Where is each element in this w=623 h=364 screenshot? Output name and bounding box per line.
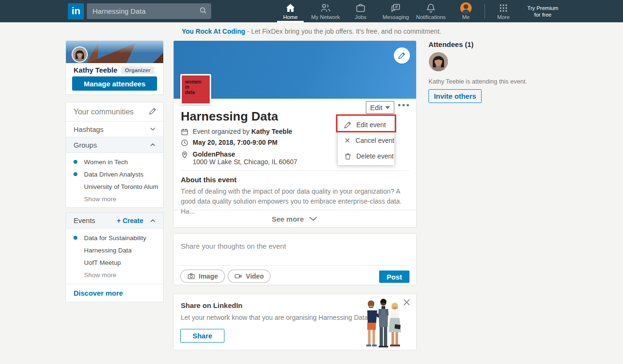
x-icon xyxy=(344,137,351,144)
promo-text: - Let FixDex bring you the job offers. I… xyxy=(245,28,441,35)
composer-input[interactable]: Share your thoughts on the event xyxy=(181,242,286,250)
events-show-more[interactable]: Show more xyxy=(66,269,163,281)
messaging-icon xyxy=(390,2,401,14)
nav-home[interactable]: Home xyxy=(273,0,308,22)
communities-title: Your communities xyxy=(74,108,134,116)
create-event-button[interactable]: + Create xyxy=(117,217,143,224)
location-pin-icon xyxy=(181,151,188,159)
unread-dot xyxy=(74,160,77,164)
event-item[interactable]: UofT Meetup xyxy=(66,256,163,269)
event-title: Harnessing Data xyxy=(181,109,278,124)
nav-messaging[interactable]: Messaging xyxy=(378,0,413,22)
organizer-badge: Organizer xyxy=(121,66,154,74)
share-card-title: Share on LinkedIn xyxy=(181,301,242,309)
section-hashtags[interactable]: Hashtags xyxy=(66,121,163,137)
divider xyxy=(180,265,410,266)
try-premium-link[interactable]: Try Premium for free xyxy=(521,0,565,22)
search-input[interactable] xyxy=(87,3,211,19)
post-composer-card: Share your thoughts on the event Image V… xyxy=(173,233,417,285)
see-more-button[interactable]: See more xyxy=(174,210,416,227)
edit-communities-icon[interactable] xyxy=(149,107,157,117)
linkedin-logo[interactable]: in xyxy=(68,3,84,19)
communities-card: Your communities Hashtags Groups Women i… xyxy=(65,102,164,208)
close-icon[interactable] xyxy=(402,298,411,307)
top-nav: in Home My Network Jobs Messaging xyxy=(0,0,623,22)
chevron-up-icon xyxy=(149,217,157,224)
chevron-down-icon xyxy=(308,215,318,222)
notifications-icon xyxy=(425,2,437,14)
group-item[interactable]: Women in Tech xyxy=(66,156,163,168)
promo-banner: You Rock At Coding - Let FixDex bring yo… xyxy=(0,28,623,35)
divider xyxy=(181,170,409,171)
caret-down-icon xyxy=(385,106,390,109)
share-button[interactable]: Share xyxy=(180,329,224,343)
section-events[interactable]: Events + Create xyxy=(66,213,163,229)
pencil-icon xyxy=(398,52,406,59)
camera-icon xyxy=(187,272,195,280)
attach-image-button[interactable]: Image xyxy=(180,270,225,283)
section-groups[interactable]: Groups xyxy=(66,137,163,153)
venue-address: 1000 W Lake St, Chicago, IL 60607 xyxy=(193,158,298,166)
my-network-icon xyxy=(320,2,331,14)
nav-me[interactable]: Me xyxy=(448,0,484,22)
attendee-note: Kathy Teeble is attending this event. xyxy=(428,78,527,85)
nav-items: Home My Network Jobs Messaging Notificat… xyxy=(273,0,565,22)
nav-divider xyxy=(484,4,485,19)
jobs-icon xyxy=(355,2,366,14)
event-location-row: GoldenPhase1000 W Lake St, Chicago, IL 6… xyxy=(181,150,298,166)
menu-cancel-event[interactable]: Cancel event xyxy=(338,132,394,148)
more-grid-icon xyxy=(498,2,509,14)
trash-icon xyxy=(344,152,352,160)
group-item[interactable]: Data Driven Analysts xyxy=(66,168,163,180)
edit-dropdown-menu: Edit event Cancel event Delete event xyxy=(338,115,394,165)
chevron-up-icon xyxy=(149,141,157,149)
edit-banner-button[interactable] xyxy=(394,47,410,64)
nav-search xyxy=(87,3,211,19)
discover-more-link[interactable]: Discover more xyxy=(74,289,123,297)
menu-delete-event[interactable]: Delete event xyxy=(338,148,394,164)
share-card-subtitle: Let your network know that you are organ… xyxy=(181,314,368,321)
video-icon xyxy=(234,272,242,280)
invite-others-button[interactable]: Invite others xyxy=(428,89,482,103)
chevron-down-icon xyxy=(149,125,157,133)
nav-my-network[interactable]: My Network xyxy=(308,0,343,22)
attach-video-button[interactable]: Video xyxy=(228,270,270,283)
people-illustration xyxy=(362,297,402,348)
nav-more[interactable]: More xyxy=(486,0,521,22)
unread-dot xyxy=(74,236,77,240)
profile-avatar[interactable] xyxy=(72,47,88,63)
event-item[interactable]: Harnessing Data xyxy=(66,244,163,256)
profile-name[interactable]: Kathy Teeble xyxy=(74,66,117,74)
menu-edit-event[interactable]: Edit event xyxy=(338,117,394,132)
calendar-icon xyxy=(181,128,188,136)
event-item[interactable]: Data for Sustainability xyxy=(66,232,163,244)
event-datetime-row: May 20, 2018, 7:00-9:00 PM xyxy=(181,139,278,147)
venue-name: GoldenPhase xyxy=(193,150,235,158)
event-organizer-row: Event organized by Kathy Teeble xyxy=(181,128,292,136)
linkedin-event-page: in Home My Network Jobs Messaging xyxy=(0,0,623,364)
edit-dropdown-button[interactable]: Edit xyxy=(366,101,394,114)
home-icon xyxy=(285,2,296,14)
events-card: Events + Create Data for Sustainability … xyxy=(65,212,164,302)
manage-attendees-button[interactable]: Manage attendees xyxy=(72,76,157,91)
organizer-name: Kathy Teeble xyxy=(251,128,292,135)
share-on-linkedin-card: Share on LinkedIn Let your network know … xyxy=(173,294,417,350)
clock-icon xyxy=(181,139,188,147)
unread-dot xyxy=(74,172,77,176)
group-item[interactable]: University of Toronto Alum xyxy=(66,180,163,193)
groups-show-more[interactable]: Show more xyxy=(66,193,163,205)
event-logo: women in data xyxy=(180,74,211,105)
promo-link[interactable]: You Rock At Coding xyxy=(182,28,245,35)
about-heading: About this event xyxy=(181,176,237,184)
overflow-menu-icon[interactable] xyxy=(398,104,409,106)
post-button[interactable]: Post xyxy=(379,271,409,283)
search-icon[interactable] xyxy=(199,7,207,16)
profile-card: Kathy Teeble Organizer Manage attendees xyxy=(65,40,164,95)
pencil-icon xyxy=(344,121,352,129)
nav-jobs[interactable]: Jobs xyxy=(343,0,378,22)
attendee-avatar[interactable] xyxy=(429,52,448,71)
nav-notifications[interactable]: Notifications xyxy=(413,0,448,22)
me-avatar xyxy=(460,2,472,14)
attendees-heading: Attendees (1) xyxy=(428,40,474,48)
